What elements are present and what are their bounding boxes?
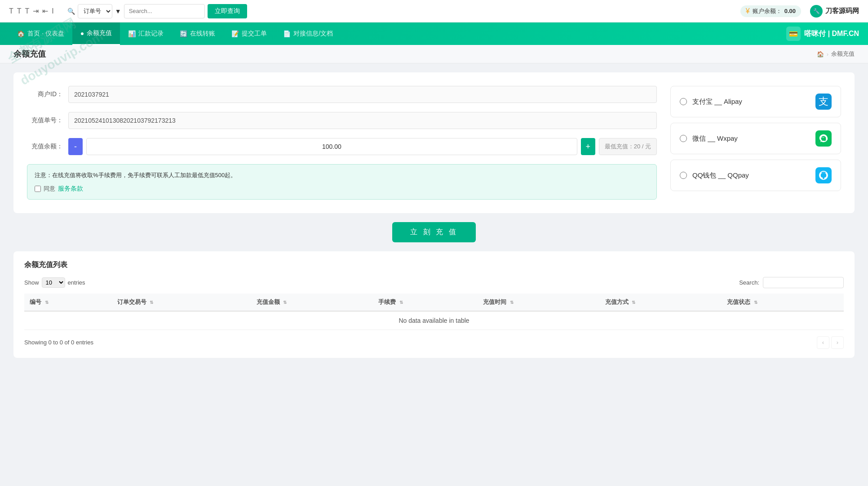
brand-icon: 🔧 <box>810 5 823 18</box>
col-method[interactable]: 充值方式 ⇅ <box>600 294 722 311</box>
amount-plus-button[interactable]: + <box>581 138 595 155</box>
topbar: T T T ⇥ ⇤ I 🔍 订单号 ▼ 立即查询 ¥ 账户余额： 0.00 🔧 … <box>0 0 868 22</box>
wechat-radio[interactable] <box>680 135 687 142</box>
qq-label: QQ钱包 __ QQpay <box>692 171 815 180</box>
col-status[interactable]: 充值状态 ⇅ <box>722 294 844 311</box>
merchant-id-label: 商户ID： <box>27 90 63 98</box>
qq-icon <box>815 167 832 183</box>
format-icon-3[interactable]: T <box>25 7 30 15</box>
nav-item-transfer[interactable]: 🔄 在线转账 <box>172 22 223 45</box>
charge-no-row: 充值单号： <box>27 112 657 129</box>
col-order-no[interactable]: 订单交易号 ⇅ <box>112 294 251 311</box>
search-icon: 🔍 <box>67 8 75 15</box>
sort-icon-time: ⇅ <box>510 300 514 305</box>
balance-label: 账户余额： <box>753 7 782 15</box>
sort-icon-order: ⇅ <box>150 300 153 305</box>
merchant-id-row: 商户ID： <box>27 86 657 103</box>
breadcrumb-bar: 余额充值 🏠 › 余额充值 <box>0 45 868 63</box>
prev-page-button[interactable]: ‹ <box>817 336 829 349</box>
charge-no-label: 充值单号： <box>27 116 63 125</box>
nav-label-recharge: 余额充值 <box>87 29 112 37</box>
brand-name: 刀客源码网 <box>825 7 859 15</box>
breadcrumb-separator: › <box>827 51 828 58</box>
alipay-radio[interactable] <box>680 98 687 105</box>
balance-amount: 0.00 <box>784 8 796 14</box>
payment-option-alipay[interactable]: 支付宝 __ Alipay 支 <box>670 86 841 117</box>
wechat-label: 微信 __ Wxpay <box>692 134 815 143</box>
main-content: 商户ID： 充值单号： 充值余额： - + 最低充值：20 / 元 注意：在线充… <box>0 63 868 367</box>
submit-button[interactable]: 立 刻 充 值 <box>392 222 475 242</box>
currency-icon: ¥ <box>746 7 750 15</box>
notice-box: 注意：在线充值将收取%手续费用，免手续费可联系人工加款最低充值500起。 同意 … <box>27 164 657 200</box>
format-icon-4[interactable]: ⇥ <box>33 7 39 15</box>
entries-select[interactable]: 10 25 50 100 <box>42 277 65 288</box>
formatting-icons: T T T ⇥ ⇤ I <box>9 7 54 15</box>
data-table: 编号 ⇅ 订单交易号 ⇅ 充值金额 ⇅ 手续费 ⇅ <box>24 294 844 330</box>
nav-item-dashboard[interactable]: 🏠 首页 · 仪表盘 <box>9 22 72 45</box>
ticket-icon: 📝 <box>231 30 239 37</box>
table-head: 编号 ⇅ 订单交易号 ⇅ 充值金额 ⇅ 手续费 ⇅ <box>24 294 844 311</box>
merchant-id-input[interactable] <box>68 86 657 103</box>
table-search: Search: <box>739 277 844 288</box>
navbar: 🏠 首页 · 仪表盘 ● 余额充值 📊 汇款记录 🔄 在线转账 📝 提交工单 📄… <box>0 22 868 45</box>
bottom-card: 余额充值列表 Show 10 25 50 100 entries Search: <box>13 251 855 358</box>
wechat-icon <box>815 130 832 147</box>
amount-input[interactable] <box>86 138 577 155</box>
charge-no-input[interactable] <box>68 112 657 129</box>
nav-label-dashboard: 首页 · 仪表盘 <box>27 30 64 38</box>
pagination: ‹ › <box>817 336 844 349</box>
agree-label: 同意 <box>44 185 55 193</box>
format-icon-5[interactable]: ⇤ <box>42 7 48 15</box>
qq-radio[interactable] <box>680 172 687 179</box>
navbar-brand-icon: 💳 <box>786 27 801 41</box>
records-icon: 📊 <box>128 30 136 37</box>
amount-controls: - + 最低充值：20 / 元 <box>68 138 657 155</box>
search-label: Search: <box>739 279 759 286</box>
col-fee[interactable]: 手续费 ⇅ <box>373 294 478 311</box>
nav-item-ticket[interactable]: 📝 提交工单 <box>223 22 275 45</box>
submit-row: 立 刻 充 值 <box>13 222 855 242</box>
home-icon: 🏠 <box>17 30 25 37</box>
nav-item-docs[interactable]: 📄 对接信息/文档 <box>275 22 341 45</box>
alipay-label: 支付宝 __ Alipay <box>692 98 815 106</box>
sort-icon-fee: ⇅ <box>399 300 403 305</box>
table-search-input[interactable] <box>763 277 844 288</box>
amount-minus-button[interactable]: - <box>68 138 83 155</box>
agree-row: 同意 服务条款 <box>35 185 649 193</box>
sort-icon-status: ⇅ <box>754 300 757 305</box>
search-type-select[interactable]: 订单号 <box>78 4 112 18</box>
format-icon-2[interactable]: T <box>17 7 22 15</box>
topbar-left: T T T ⇥ ⇤ I 🔍 订单号 ▼ 立即查询 <box>9 4 247 18</box>
topbar-right: ¥ 账户余额： 0.00 🔧 刀客源码网 <box>740 5 859 18</box>
payment-section: 支付宝 __ Alipay 支 微信 __ Wxpay QQ钱包 __ QQpa… <box>670 86 841 200</box>
service-terms-link[interactable]: 服务条款 <box>58 185 83 193</box>
min-charge-hint: 最低充值：20 / 元 <box>599 138 657 155</box>
dropdown-icon: ▼ <box>115 8 121 15</box>
docs-icon: 📄 <box>283 30 291 37</box>
nav-item-records[interactable]: 📊 汇款记录 <box>120 22 172 45</box>
payment-option-wechat[interactable]: 微信 __ Wxpay <box>670 123 841 154</box>
transfer-icon: 🔄 <box>180 30 187 37</box>
breadcrumb-home[interactable]: 🏠 <box>817 51 824 58</box>
payment-option-qq[interactable]: QQ钱包 __ QQpay <box>670 160 841 191</box>
breadcrumb: 🏠 › 余额充值 <box>817 50 855 58</box>
form-section: 商户ID： 充值单号： 充值余额： - + 最低充值：20 / 元 注意：在线充… <box>27 86 657 200</box>
navbar-brand: 💳 嗒咪付 | DMF.CN <box>786 27 859 41</box>
table-title: 余额充值列表 <box>24 260 844 270</box>
amount-label: 充值余额： <box>27 143 63 151</box>
col-id[interactable]: 编号 ⇅ <box>24 294 112 311</box>
search-input[interactable] <box>124 4 205 18</box>
col-time[interactable]: 充值时间 ⇅ <box>478 294 600 311</box>
nav-label-ticket: 提交工单 <box>242 30 267 38</box>
search-button[interactable]: 立即查询 <box>208 4 247 18</box>
col-amount[interactable]: 充值金额 ⇅ <box>251 294 373 311</box>
agree-checkbox[interactable] <box>35 186 41 192</box>
top-card: 商户ID： 充值单号： 充值余额： - + 最低充值：20 / 元 注意：在线充… <box>13 72 855 213</box>
alipay-icon: 支 <box>815 94 832 110</box>
format-icon-1[interactable]: T <box>9 7 13 15</box>
nav-item-recharge[interactable]: ● 余额充值 <box>72 22 120 45</box>
nav-label-docs: 对接信息/文档 <box>293 30 333 38</box>
format-icon-6[interactable]: I <box>52 7 53 15</box>
table-controls: Show 10 25 50 100 entries Search: <box>24 277 844 288</box>
next-page-button[interactable]: › <box>831 336 844 349</box>
